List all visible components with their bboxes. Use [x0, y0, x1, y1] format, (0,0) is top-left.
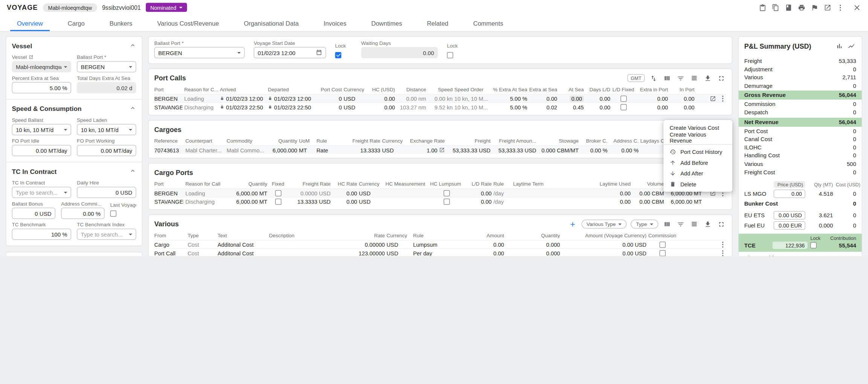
fo-port-idle-input[interactable]: 0.00 MT/day	[12, 145, 72, 156]
fixed-checkbox[interactable]	[275, 198, 281, 205]
column-header[interactable]: Exchange Rate	[409, 138, 445, 144]
logbook-icon[interactable]	[785, 4, 793, 11]
address-commission-input[interactable]: 0.00 %	[61, 208, 105, 219]
column-header[interactable]: Reason for Call	[185, 181, 227, 187]
download-icon[interactable]	[703, 73, 713, 83]
collapse-chevron-up-icon[interactable]	[130, 104, 136, 114]
speed-ballast-select[interactable]: 10 kn, 10 MT/d	[12, 124, 72, 135]
column-header[interactable]: HC Rate	[332, 181, 357, 187]
open-in-new-icon[interactable]	[824, 4, 831, 11]
menu-item-port-cost-history[interactable]: Port Cost History	[663, 147, 732, 158]
flag-icon[interactable]	[811, 4, 819, 11]
column-header[interactable]: Freight Rate	[289, 181, 331, 187]
tc-benchmark-index-search[interactable]: Type to search...	[77, 229, 136, 240]
clipboard-icon[interactable]	[759, 4, 767, 11]
tab-comments[interactable]: Comments	[461, 15, 516, 31]
columns-icon[interactable]	[662, 219, 672, 229]
column-header[interactable]: In Port	[670, 87, 695, 92]
speed-laden-select[interactable]: 10 kn, 10 MT/d	[77, 124, 136, 135]
ls-mgo-price-input[interactable]: 0.00	[774, 189, 805, 198]
add-various-icon[interactable]	[568, 219, 578, 229]
tce-input[interactable]: 122,936	[773, 241, 808, 249]
tab-bunkers[interactable]: Bunkers	[97, 15, 145, 31]
column-header[interactable]: Laytime Used	[596, 181, 631, 187]
fixed-checkbox[interactable]	[275, 190, 281, 196]
column-header[interactable]: At Sea	[559, 87, 584, 92]
column-header[interactable]: Port	[154, 181, 184, 187]
calendar-icon[interactable]	[316, 49, 322, 57]
port-call-row[interactable]: STAVANGER Discharging 01/02/23 22:50 01/…	[154, 103, 726, 111]
commission-checkbox[interactable]	[659, 241, 666, 248]
expand-icon[interactable]	[717, 73, 726, 83]
column-header[interactable]: Broker C.	[581, 138, 608, 144]
column-header[interactable]: Amount	[450, 233, 504, 238]
open-row-icon[interactable]	[710, 95, 716, 102]
column-header[interactable]: Extra at Sea	[529, 87, 557, 92]
column-header[interactable]: Currency	[359, 181, 384, 187]
column-header[interactable]: Freight	[446, 138, 491, 144]
column-header[interactable]: Port Cost	[316, 87, 342, 92]
column-header[interactable]: Rule	[316, 138, 344, 144]
fo-port-working-input[interactable]: 0.00 MT/day	[77, 145, 136, 156]
column-header[interactable]: L/D Fixed	[613, 87, 634, 92]
column-header[interactable]: Text	[218, 233, 267, 238]
column-header[interactable]: Reason for C...	[184, 87, 218, 92]
status-badge[interactable]: Nominated	[146, 3, 187, 12]
column-header[interactable]: Quantity	[506, 233, 560, 238]
column-header[interactable]: Arrived	[220, 87, 266, 92]
collapse-chevron-up-icon[interactable]	[130, 41, 136, 51]
row-menu-icon[interactable]: ⋮	[720, 95, 726, 102]
voyage-start-lock-checkbox[interactable]	[335, 52, 342, 58]
column-header[interactable]: L/D Rate	[465, 181, 492, 187]
column-header[interactable]: Counterpart	[185, 138, 225, 144]
more-options-icon[interactable]: ⋮	[837, 4, 844, 11]
column-header[interactable]: Rate	[350, 233, 385, 238]
columns-icon[interactable]	[662, 73, 672, 83]
print-icon[interactable]	[798, 4, 805, 11]
column-header[interactable]: HC Lumpsum	[430, 181, 463, 187]
column-header[interactable]: Currency	[382, 138, 407, 144]
filter-icon[interactable]	[676, 219, 686, 229]
tce-lock-checkbox[interactable]	[810, 242, 817, 249]
column-header[interactable]: Laytime Term	[513, 181, 594, 187]
density-icon[interactable]	[689, 219, 699, 229]
column-header[interactable]: Rule	[413, 233, 448, 238]
cargo-port-row[interactable]: STAVANGER Discharging 6,000.00 MT 13.333…	[154, 197, 726, 206]
ballast-port-select[interactable]: BERGEN	[154, 47, 245, 58]
column-header[interactable]: Amount (Voyage Currency)	[562, 233, 646, 238]
column-header[interactable]: Type	[188, 233, 216, 238]
row-menu-icon[interactable]: ⋮	[720, 250, 726, 257]
copy-icon[interactable]	[772, 4, 779, 11]
daily-hire-input[interactable]: 0 USD	[77, 187, 136, 198]
open-exchange-rate-icon[interactable]	[439, 147, 445, 153]
filter-icon[interactable]	[676, 73, 686, 83]
column-header[interactable]: Freight Rate	[345, 138, 381, 144]
commission-checkbox[interactable]	[659, 250, 666, 256]
ld-fixed-checkbox[interactable]	[620, 95, 627, 102]
tc-benchmark-input[interactable]: 100 %	[12, 229, 72, 240]
column-header[interactable]: HC Measurement	[385, 181, 428, 187]
column-header[interactable]: Description	[269, 233, 348, 238]
column-header[interactable]: Departed	[268, 87, 314, 92]
menu-item-add-before[interactable]: Add Before	[663, 157, 732, 168]
column-header[interactable]: Speed Order	[454, 87, 489, 92]
column-header[interactable]: Currency	[387, 233, 411, 238]
column-header[interactable]: Days L/D	[585, 87, 610, 92]
various-row[interactable]: Port Call Cost Additonal Cost 123.00000 …	[154, 249, 726, 257]
vessel-chip[interactable]: Mabl-mloeqmdtqw	[43, 3, 97, 12]
column-header[interactable]: Reference	[154, 138, 184, 144]
line-chart-icon[interactable]	[847, 41, 856, 51]
density-icon[interactable]	[689, 73, 699, 83]
ld-fixed-checkbox[interactable]	[620, 104, 627, 110]
column-header[interactable]: Commission	[648, 233, 676, 238]
expand-icon[interactable]	[717, 219, 726, 229]
menu-item-delete[interactable]: Delete	[663, 179, 732, 190]
column-header[interactable]: Distance	[397, 87, 426, 92]
type-filter[interactable]: Type	[631, 220, 659, 229]
column-header[interactable]: Freight Amoun...	[492, 138, 536, 144]
collapse-chevron-up-icon[interactable]	[130, 166, 136, 177]
column-header[interactable]: Port	[154, 87, 183, 92]
various-row[interactable]: Cargo Cost Additonal Cost 0.00000 USD Lu…	[154, 240, 726, 249]
timezone-chip[interactable]: GMT	[627, 74, 645, 82]
hc-lumpsum-checkbox[interactable]	[443, 190, 450, 196]
